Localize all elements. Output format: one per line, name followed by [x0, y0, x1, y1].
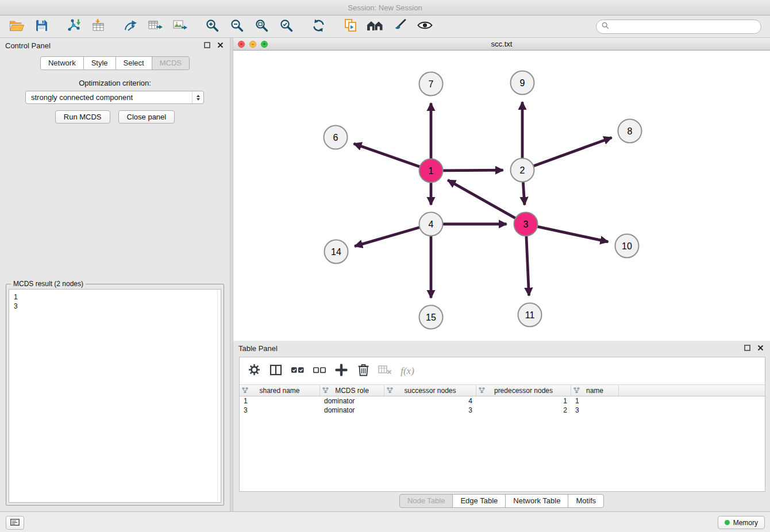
- export-image-button[interactable]: [170, 17, 190, 36]
- control-panel-tabs: Network Style Select MCDS: [0, 56, 230, 70]
- cell-name[interactable]: 1: [571, 397, 619, 405]
- save-session-button[interactable]: [32, 17, 51, 36]
- show-columns-button[interactable]: [267, 363, 284, 380]
- column-header-predecessor-nodes[interactable]: predecessor nodes: [476, 385, 571, 396]
- tab-style[interactable]: Style: [83, 56, 116, 70]
- graph-node-6[interactable]: 6: [324, 126, 348, 149]
- cell-shared-name[interactable]: 1: [240, 397, 320, 405]
- window-titlebar[interactable]: Session: New Session: [0, 0, 770, 16]
- close-panel-button[interactable]: [215, 41, 225, 51]
- graph-edge-3-10[interactable]: [537, 226, 608, 242]
- deselect-all-columns-button[interactable]: [311, 363, 328, 380]
- result-scrollbar-track[interactable]: [217, 290, 218, 501]
- cell-mcds-role[interactable]: dominator: [320, 406, 384, 414]
- tab-node-table[interactable]: Node Table: [399, 494, 453, 508]
- network-tools-button[interactable]: [121, 17, 140, 36]
- graph-node-1[interactable]: 1: [419, 159, 443, 183]
- cell-shared-name[interactable]: 3: [240, 406, 320, 414]
- column-header-shared-name[interactable]: shared name: [240, 385, 320, 396]
- graph-node-15[interactable]: 15: [419, 306, 443, 329]
- optimization-criterion-select[interactable]: strongly connected component: [25, 91, 204, 104]
- import-table-button[interactable]: [88, 17, 108, 36]
- close-table-panel-button[interactable]: [756, 344, 765, 353]
- tab-mcds[interactable]: MCDS: [152, 56, 190, 70]
- graph-edge-2-3[interactable]: [523, 182, 525, 205]
- graph-node-2[interactable]: 2: [511, 159, 534, 182]
- run-mcds-button[interactable]: Run MCDS: [55, 110, 110, 124]
- graph-edge-1-2[interactable]: [443, 170, 503, 171]
- select-stepper-icon: [192, 91, 203, 103]
- delete-table-button[interactable]: [376, 363, 394, 380]
- graph-node-7[interactable]: 7: [419, 72, 443, 96]
- network-canvas[interactable]: 7968124314101511: [233, 51, 770, 341]
- graph-node-8[interactable]: 8: [618, 119, 642, 143]
- close-panel-button-mcds[interactable]: Close panel: [118, 110, 175, 124]
- graph-edge-2-8[interactable]: [533, 137, 611, 166]
- network-window-titlebar[interactable]: × − + scc.txt: [233, 38, 770, 51]
- select-all-columns-button[interactable]: [289, 363, 306, 380]
- graph-node-label: 10: [622, 241, 632, 251]
- control-panel-title: Control Panel: [5, 41, 51, 50]
- open-session-button[interactable]: [7, 17, 26, 36]
- graph-node-3[interactable]: 3: [514, 213, 538, 236]
- cell-mcds-role[interactable]: dominator: [320, 397, 384, 405]
- cell-successor-nodes[interactable]: 4: [384, 397, 476, 405]
- column-type-icon: [479, 387, 485, 394]
- float-panel-button[interactable]: [202, 41, 211, 51]
- float-window-icon: [744, 344, 750, 353]
- minimize-window-icon[interactable]: −: [249, 41, 256, 48]
- main-toolbar: [0, 16, 770, 38]
- zoom-out-button[interactable]: [227, 17, 247, 36]
- cell-name[interactable]: 3: [571, 406, 619, 414]
- graph-node-4[interactable]: 4: [419, 213, 443, 236]
- zoom-in-icon: [205, 18, 220, 35]
- tab-network[interactable]: Network: [40, 56, 84, 70]
- graph-node-11[interactable]: 11: [518, 303, 542, 327]
- function-builder-button[interactable]: f(x): [398, 363, 415, 380]
- graph-node-10[interactable]: 10: [615, 234, 639, 258]
- graph-node-14[interactable]: 14: [325, 240, 348, 264]
- graph-node-9[interactable]: 9: [511, 71, 534, 95]
- float-table-panel-button[interactable]: [742, 344, 752, 353]
- import-network-button[interactable]: [64, 17, 83, 36]
- close-window-icon[interactable]: ×: [238, 41, 245, 48]
- zoom-selected-icon: [279, 18, 294, 35]
- delete-column-button[interactable]: [355, 363, 372, 380]
- home-button[interactable]: [365, 17, 385, 36]
- maximize-window-icon[interactable]: +: [261, 41, 268, 48]
- trash-icon: [357, 363, 369, 379]
- console-button[interactable]: [6, 516, 24, 530]
- traffic-lights: × − +: [238, 41, 268, 48]
- refresh-button[interactable]: [309, 17, 328, 36]
- graph-edge-3-11[interactable]: [526, 236, 529, 296]
- export-table-button[interactable]: [145, 17, 165, 36]
- tab-select[interactable]: Select: [116, 56, 152, 70]
- mcds-result-box[interactable]: 1 3: [9, 289, 221, 503]
- console-list-icon: [10, 518, 20, 528]
- column-header-name[interactable]: name: [571, 385, 619, 396]
- column-header-successor-nodes[interactable]: successor nodes: [384, 385, 476, 396]
- import-table-icon: [91, 18, 106, 34]
- show-hide-button[interactable]: [415, 17, 434, 36]
- graph-edge-1-6[interactable]: [354, 144, 420, 167]
- cell-predecessor-nodes[interactable]: 2: [476, 406, 571, 414]
- column-header-mcds-role[interactable]: MCDS role: [320, 385, 384, 396]
- cell-predecessor-nodes[interactable]: 1: [476, 397, 571, 405]
- memory-button[interactable]: Memory: [718, 516, 765, 529]
- column-type-icon: [573, 387, 580, 394]
- table-settings-button[interactable]: [245, 363, 263, 380]
- cell-successor-nodes[interactable]: 3: [384, 406, 476, 414]
- zoom-selected-button[interactable]: [276, 17, 296, 36]
- tab-network-table[interactable]: Network Table: [505, 494, 568, 508]
- clone-network-button[interactable]: [341, 17, 360, 36]
- zoom-fit-button[interactable]: [252, 17, 271, 36]
- add-column-button[interactable]: [333, 363, 350, 380]
- graph-edge-4-14[interactable]: [355, 228, 419, 246]
- tab-motifs[interactable]: Motifs: [568, 494, 604, 508]
- graph-edge-3-1[interactable]: [448, 180, 515, 218]
- zoom-in-button[interactable]: [202, 17, 222, 36]
- search-input[interactable]: [613, 22, 756, 31]
- tab-edge-table[interactable]: Edge Table: [452, 494, 506, 508]
- style-button[interactable]: [390, 17, 410, 36]
- search-box[interactable]: [596, 20, 761, 34]
